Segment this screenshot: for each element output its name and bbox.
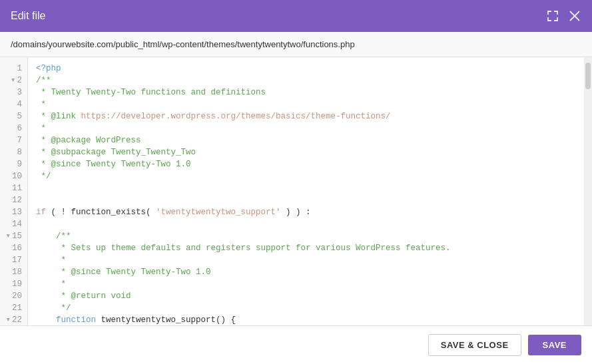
footer: SAVE & CLOSE SAVE: [0, 325, 592, 364]
line-number: 16: [0, 242, 27, 254]
save-button[interactable]: SAVE: [528, 335, 581, 355]
editor-area: 1▼2 3 4 5 6 7 8 9 10 11 12 13 14▼15 16 1…: [0, 57, 592, 325]
code-line: if ( ! function_exists( 'twentytwentytwo…: [36, 206, 576, 218]
fold-placeholder: [3, 290, 10, 302]
fold-placeholder: [8, 122, 15, 134]
line-number: 9: [0, 158, 27, 170]
fold-placeholder: [3, 278, 10, 290]
scrollbar-thumb[interactable]: [585, 63, 591, 89]
code-line: [36, 194, 576, 206]
line-number: 10: [0, 170, 27, 182]
fold-placeholder: [8, 63, 15, 75]
fold-placeholder: [8, 158, 15, 170]
code-line: * @since Twenty Twenty-Two 1.0: [36, 158, 576, 170]
code-line: function twentytwentytwo_support() {: [36, 314, 576, 325]
fold-placeholder: [3, 194, 10, 206]
fold-indicator[interactable]: ▼: [8, 75, 15, 87]
line-number: 17: [0, 254, 27, 266]
modal: Edit file /domains/yourwebsite.com/publi…: [0, 0, 592, 364]
fold-placeholder: [8, 146, 15, 158]
line-number: 3: [0, 87, 27, 98]
expand-icon: [547, 10, 559, 22]
code-line: * @return void: [36, 290, 576, 302]
code-line: * Twenty Twenty-Two functions and defini…: [36, 87, 576, 98]
code-line: */: [36, 170, 576, 182]
line-number: 5: [0, 110, 27, 122]
expand-button[interactable]: [545, 9, 560, 23]
line-number: ▼2: [0, 75, 27, 87]
file-path-bar: /domains/yourwebsite.com/public_html/wp-…: [0, 32, 592, 57]
line-number: 20: [0, 290, 27, 302]
line-number: 19: [0, 278, 27, 290]
code-line: <?php: [36, 63, 576, 75]
fold-placeholder: [3, 266, 10, 278]
line-number: 4: [0, 98, 27, 110]
header-icons: [545, 9, 581, 23]
scrollbar[interactable]: [584, 57, 592, 325]
close-icon: [569, 11, 580, 21]
modal-title: Edit file: [11, 10, 45, 22]
code-editor[interactable]: <?php /** * Twenty Twenty-Two functions …: [28, 57, 584, 325]
fold-placeholder: [3, 170, 10, 182]
line-number: 13: [0, 206, 27, 218]
line-number: 6: [0, 122, 27, 134]
fold-placeholder: [3, 218, 10, 230]
line-number: 7: [0, 134, 27, 146]
line-number: 11: [0, 182, 27, 194]
fold-indicator[interactable]: ▼: [3, 230, 10, 242]
line-number: 21: [0, 302, 27, 314]
file-path: /domains/yourwebsite.com/public_html/wp-…: [11, 39, 355, 49]
fold-placeholder: [8, 98, 15, 110]
fold-indicator[interactable]: ▼: [3, 314, 10, 325]
code-line: */: [36, 302, 576, 314]
code-line: /**: [36, 230, 576, 242]
code-line: * @link https://developer.wordpress.org/…: [36, 110, 576, 122]
fold-placeholder: [3, 182, 10, 194]
line-number: ▼15: [0, 230, 27, 242]
code-line: * @package WordPress: [36, 134, 576, 146]
close-button[interactable]: [568, 9, 581, 23]
line-number: 1: [0, 63, 27, 75]
code-line: * Sets up theme defaults and registers s…: [36, 242, 576, 254]
fold-placeholder: [3, 254, 10, 266]
fold-placeholder: [8, 87, 15, 98]
fold-placeholder: [8, 110, 15, 122]
fold-placeholder: [3, 242, 10, 254]
fold-placeholder: [3, 302, 10, 314]
line-number: 8: [0, 146, 27, 158]
code-line: /**: [36, 75, 576, 87]
line-number: 14: [0, 218, 27, 230]
code-line: * @subpackage Twenty_Twenty_Two: [36, 146, 576, 158]
line-number: ▼22: [0, 314, 27, 325]
fold-placeholder: [8, 134, 15, 146]
modal-header: Edit file: [0, 0, 592, 32]
save-close-button[interactable]: SAVE & CLOSE: [428, 334, 521, 356]
line-number: 12: [0, 194, 27, 206]
code-line: *: [36, 254, 576, 266]
code-line: *: [36, 122, 576, 134]
line-number: 18: [0, 266, 27, 278]
code-line: [36, 218, 576, 230]
fold-placeholder: [3, 206, 10, 218]
code-line: *: [36, 98, 576, 110]
line-numbers: 1▼2 3 4 5 6 7 8 9 10 11 12 13 14▼15 16 1…: [0, 57, 28, 325]
code-line: * @since Twenty Twenty-Two 1.0: [36, 266, 576, 278]
code-line: [36, 182, 576, 194]
code-line: *: [36, 278, 576, 290]
